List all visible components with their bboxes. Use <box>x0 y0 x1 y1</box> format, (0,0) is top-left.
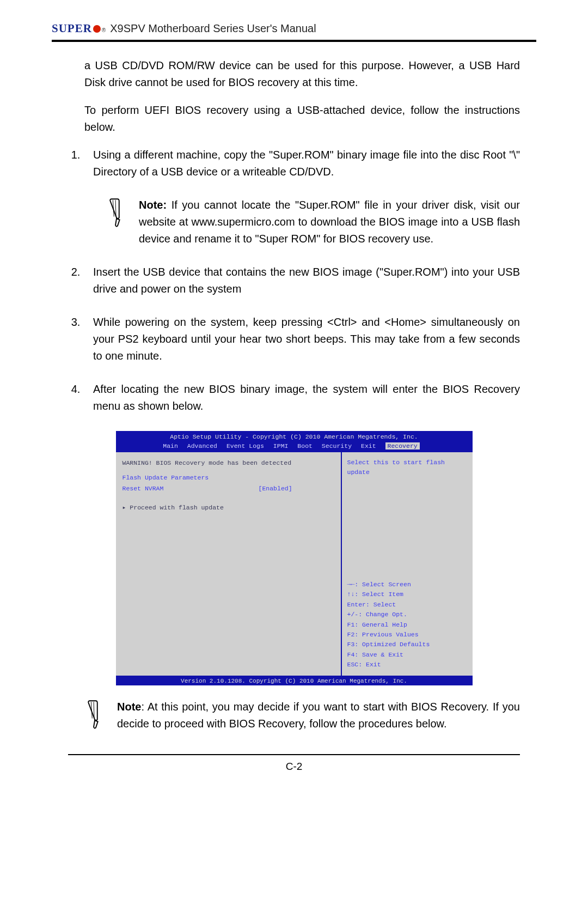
bios-menu-boot[interactable]: Boot <box>297 442 313 449</box>
bios-body: WARNING! BIOS Recovery mode has been det… <box>116 452 473 677</box>
page-header: SUPER ® X9SPV Motherboard Series User's … <box>52 22 536 35</box>
step-3: While powering on the system, keep press… <box>83 314 520 365</box>
bios-key-7: F4: Save & Exit <box>347 650 467 660</box>
bios-left-pane: WARNING! BIOS Recovery mode has been det… <box>116 452 341 676</box>
paragraph-intro-2: To perform UEFI BIOS recovery using a US… <box>84 102 520 136</box>
bios-key-8: ESC: Exit <box>347 660 467 670</box>
brand-dot-icon <box>93 25 101 33</box>
bios-menu-advanced[interactable]: Advanced <box>187 442 217 449</box>
paragraph-intro-1: a USB CD/DVD ROM/RW device can be used f… <box>84 57 520 91</box>
bios-screenshot: Aptio Setup Utility - Copyright (C) 2010… <box>116 431 473 685</box>
bios-help-text: Select this to start flash update <box>347 458 467 478</box>
bios-keys-help: →←: Select Screen ↑↓: Select Item Enter:… <box>347 580 467 670</box>
bios-key-3: +/-: Change Opt. <box>347 610 467 619</box>
bios-option-value: [Enabled] <box>259 483 292 494</box>
header-rule <box>52 40 536 42</box>
note-label-2: Note <box>117 701 141 713</box>
bios-option-label: Reset NVRAM <box>122 483 259 494</box>
note-icon <box>84 698 105 732</box>
note-body-2: : At this point, you may decide if you w… <box>117 701 520 730</box>
bios-title: Aptio Setup Utility - Copyright (C) 2010… <box>116 432 473 441</box>
doc-title: X9SPV Motherboard Series User's Manual <box>110 22 316 35</box>
bios-warning: WARNING! BIOS Recovery mode has been det… <box>122 458 334 469</box>
brand-name: SUPER <box>52 22 92 35</box>
footer-rule <box>68 754 520 755</box>
note-icon <box>106 197 127 230</box>
instruction-list: Using a different machine, copy the "Sup… <box>68 147 520 180</box>
bios-menu-bar: Main Advanced Event Logs IPMI Boot Secur… <box>116 441 473 452</box>
bios-key-6: F3: Optimized Defaults <box>347 640 467 649</box>
bios-menu-security[interactable]: Security <box>322 442 352 449</box>
note-label-1: Note: <box>139 199 167 211</box>
bios-proceed[interactable]: ▸ Proceed with flash update <box>122 502 334 513</box>
registered-mark: ® <box>102 27 106 33</box>
bios-menu-exit[interactable]: Exit <box>361 442 376 449</box>
note-block-2: Note: At this point, you may decide if y… <box>84 698 520 732</box>
bios-key-2: Enter: Select <box>347 600 467 610</box>
note-text-1: Note: If you cannot locate the "Super.RO… <box>139 197 520 247</box>
bios-menu-main[interactable]: Main <box>163 442 178 449</box>
bios-menu-ipmi[interactable]: IPMI <box>273 442 289 449</box>
bios-titlebar: Aptio Setup Utility - Copyright (C) 2010… <box>116 431 473 452</box>
bios-key-4: F1: General Help <box>347 620 467 630</box>
step-1: Using a different machine, copy the "Sup… <box>83 147 520 180</box>
bios-footer: Version 2.10.1208. Copyright (C) 2010 Am… <box>116 677 473 685</box>
bios-menu-recovery[interactable]: Recovery <box>385 442 420 449</box>
manual-page: SUPER ® X9SPV Motherboard Series User's … <box>0 0 588 800</box>
bios-menu-eventlogs[interactable]: Event Logs <box>226 442 264 449</box>
bios-section: Flash Update Parameters <box>122 472 334 483</box>
note-block-1: Note: If you cannot locate the "Super.RO… <box>106 197 520 247</box>
bios-key-1: ↑↓: Select Item <box>347 590 467 599</box>
bios-option-row[interactable]: Reset NVRAM [Enabled] <box>122 483 334 494</box>
instruction-list-cont: Insert the USB device that contains the … <box>68 264 520 415</box>
page-number: C-2 <box>52 761 536 773</box>
note-body-1: If you cannot locate the "Super.ROM" fil… <box>139 199 520 245</box>
step-4: After locating the new BIOS binary image… <box>83 381 520 415</box>
step-2: Insert the USB device that contains the … <box>83 264 520 297</box>
note-text-2: Note: At this point, you may decide if y… <box>117 698 520 732</box>
bios-key-5: F2: Previous Values <box>347 630 467 640</box>
bios-proceed-label: Proceed with flash update <box>130 504 224 511</box>
bios-right-pane: Select this to start flash update →←: Se… <box>341 452 473 676</box>
bios-key-0: →←: Select Screen <box>347 580 467 590</box>
